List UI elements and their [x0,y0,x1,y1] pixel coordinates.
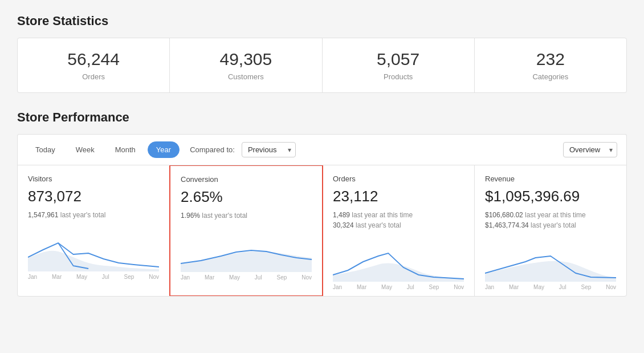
tab-week[interactable]: Week [67,141,103,158]
tab-month[interactable]: Month [107,141,144,158]
conversion-chart [181,226,312,272]
metric-conversion: Conversion 2.65% 1.96% last year's total… [169,165,323,297]
metrics-container: Visitors 873,072 1,547,961 last year's t… [17,165,627,297]
revenue-sub1: $106,680.02 last year at this time [485,211,616,219]
orders-metric-value: 23,112 [333,188,464,205]
visitors-value: 873,072 [28,188,159,205]
products-label: Products [336,72,460,81]
tab-year[interactable]: Year [148,141,180,158]
orders-value: 56,244 [31,50,156,69]
overview-select-wrap: Overview Revenue Orders Visitors [563,142,617,157]
tab-today[interactable]: Today [27,141,64,158]
revenue-title: Revenue [485,175,616,183]
visitors-sub1: 1,547,961 last year's total [28,211,159,219]
orders-sub2: 30,324 last year's total [333,221,464,229]
conversion-sub1: 1.96% last year's total [181,212,312,220]
revenue-sub2: $1,463,774.34 last year's total [485,221,616,229]
overview-select[interactable]: Overview Revenue Orders Visitors [563,142,617,157]
visitors-chart [28,226,159,271]
visitors-title: Visitors [28,175,159,183]
stats-row: 56,244 Orders 49,305 Customers 5,057 Pro… [17,38,627,93]
orders-sub1: 1,489 last year at this time [333,211,464,219]
revenue-value: $1,095,396.69 [485,188,616,205]
visitors-chart-labels: Jan Mar May Jul Sep Nov [28,274,159,280]
customers-label: Customers [184,72,308,81]
conversion-value: 2.65% [181,188,312,206]
conversion-chart-labels: Jan Mar May Jul Sep Nov [181,274,312,281]
compared-to-label: Compared to: [190,145,235,154]
revenue-chart [485,236,616,282]
conversion-title: Conversion [181,175,312,184]
compared-to-select-wrap: Previous Last Year Custom [242,142,296,157]
categories-label: Categories [488,72,613,81]
orders-label: Orders [31,72,156,81]
revenue-chart-labels: Jan Mar May Jul Sep Nov [485,284,616,290]
performance-section: Today Week Month Year Compared to: Previ… [17,134,627,297]
customers-value: 49,305 [184,50,308,69]
stat-orders: 56,244 Orders [18,38,170,92]
categories-value: 232 [488,50,613,69]
stat-categories: 232 Categories [475,38,626,92]
store-stats-title: Store Statistics [17,14,627,29]
stat-products: 5,057 Products [323,38,475,92]
stat-customers: 49,305 Customers [170,38,322,92]
metric-revenue: Revenue $1,095,396.69 $106,680.02 last y… [475,165,626,296]
metric-visitors: Visitors 873,072 1,547,961 last year's t… [18,165,170,296]
performance-title: Store Performance [17,110,627,125]
products-value: 5,057 [336,50,460,69]
perf-controls: Today Week Month Year Compared to: Previ… [17,134,627,165]
compared-to-select[interactable]: Previous Last Year Custom [242,142,296,157]
orders-chart [333,236,464,282]
orders-metric-title: Orders [333,175,464,183]
orders-chart-labels: Jan Mar May Jul Sep Nov [333,284,464,290]
metric-orders: Orders 23,112 1,489 last year at this ti… [323,165,475,296]
